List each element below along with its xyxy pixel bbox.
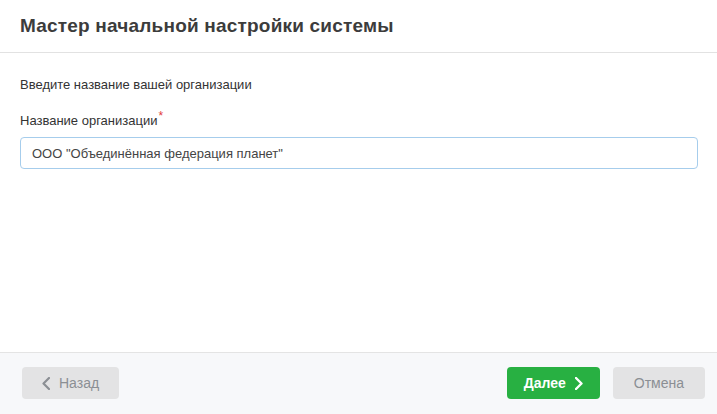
org-name-input[interactable] bbox=[20, 137, 698, 169]
wizard-header: Мастер начальной настройки системы bbox=[0, 0, 717, 53]
setup-wizard-dialog: Мастер начальной настройки системы Введи… bbox=[0, 0, 717, 414]
chevron-left-icon bbox=[42, 377, 50, 390]
next-button-label: Далее bbox=[524, 376, 566, 390]
instruction-text: Введите название вашей организации bbox=[20, 77, 697, 92]
cancel-button[interactable]: Отмена bbox=[613, 367, 705, 399]
page-title: Мастер начальной настройки системы bbox=[20, 15, 394, 37]
footer-right-group: Далее Отмена bbox=[507, 367, 705, 399]
chevron-right-icon bbox=[575, 377, 583, 390]
wizard-footer: Назад Далее Отмена bbox=[0, 352, 717, 414]
org-name-label: Название организации* bbox=[20, 113, 697, 128]
required-asterisk: * bbox=[158, 109, 163, 123]
cancel-button-label: Отмена bbox=[634, 376, 684, 390]
back-button-label: Назад bbox=[59, 376, 99, 390]
wizard-body: Введите название вашей организации Назва… bbox=[0, 53, 717, 352]
next-button[interactable]: Далее bbox=[507, 367, 600, 399]
back-button[interactable]: Назад bbox=[22, 367, 119, 399]
org-name-label-text: Название организации bbox=[20, 113, 157, 128]
